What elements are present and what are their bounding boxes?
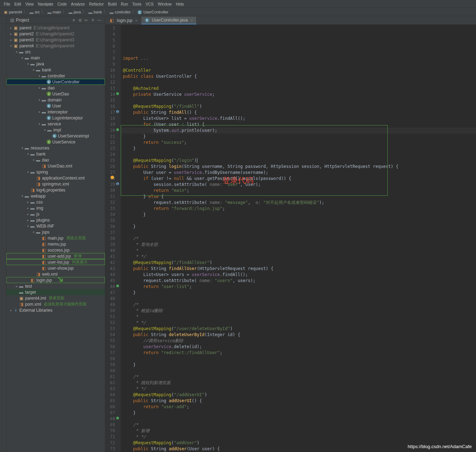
breadcrumb-item[interactable]: UserController xyxy=(143,10,168,14)
editor-tabs[interactable]: ◧login.jsp×CUserController.java× xyxy=(105,16,476,25)
folder-icon: ▤ xyxy=(9,18,15,23)
tree-item-bank[interactable]: ▾▬bank xyxy=(6,67,105,73)
gutter-bulb-icon[interactable] xyxy=(111,176,114,179)
menu-code[interactable]: Code xyxy=(55,2,69,6)
gutter[interactable]: 3 4 5 6 7 8 9 10 11 12 13 14 15 16 17 18… xyxy=(105,25,121,452)
menu-help[interactable]: Help xyxy=(174,2,186,6)
breadcrumb-item[interactable]: parent4 xyxy=(9,10,22,14)
tree-item-java[interactable]: ▾▬java xyxy=(6,61,105,67)
tree-item-UserController[interactable]: CUserController xyxy=(6,79,105,85)
code-editor[interactable]: 登录代码 import ... @Controllerpublic class … xyxy=(121,25,476,452)
tree-item-WEB-INF[interactable]: ▾▬WEB-INF xyxy=(6,223,105,229)
menu-edit[interactable]: Edit xyxy=(12,2,23,6)
panel-title: Project xyxy=(16,18,70,23)
project-panel: ▤ Project ▾ ⊕ ⇤ ✶ — ▸▣parentE:\zhangjili… xyxy=(6,16,105,452)
gutter-down-icon[interactable] xyxy=(115,284,120,288)
tree-item-target[interactable]: ▬target xyxy=(6,289,105,295)
menu-build[interactable]: Build xyxy=(106,2,119,6)
tree-item-domain[interactable]: ▾▬domain xyxy=(6,97,105,103)
project-panel-header: ▤ Project ▾ ⊕ ⇤ ✶ — xyxy=(6,16,105,24)
tree-item-src[interactable]: ▾▬src xyxy=(6,49,105,55)
tree-item-plugins[interactable]: ▸▬plugins xyxy=(6,217,105,223)
gutter-down-icon[interactable] xyxy=(115,416,120,420)
tree-item-user-list.jsp[interactable]: ◧user-list.jsp列表展示 xyxy=(6,259,105,265)
hide-icon[interactable]: — xyxy=(96,17,102,23)
tree-item-applicationContext.xml[interactable]: ◨applicationContext.xml xyxy=(6,175,105,181)
panel-dropdown-icon[interactable]: ▾ xyxy=(71,17,77,23)
tree-item-dao[interactable]: ▾▬dao xyxy=(6,157,105,163)
tree-item-External Libraries[interactable]: ▸⫴External Libraries xyxy=(6,307,105,313)
gutter-down-icon[interactable] xyxy=(115,92,120,96)
tree-item-log4j.properties[interactable]: ◨log4j.properties xyxy=(6,187,105,193)
tree-item-resources[interactable]: ▾▬resources xyxy=(6,145,105,151)
breadcrumb-item[interactable]: main xyxy=(53,10,61,14)
gutter-override-icon[interactable] xyxy=(115,110,120,114)
gear-icon[interactable]: ✶ xyxy=(90,17,96,23)
breadcrumb-item[interactable]: java xyxy=(74,10,81,14)
breadcrumb[interactable]: ▣parent4〉▬src〉▬main〉▬java〉▬bank〉▬control… xyxy=(0,8,476,16)
project-tree[interactable]: ▸▣parentE:\zhangjilin\parent▸▣parent2E:\… xyxy=(6,24,105,452)
tree-item-User[interactable]: CUser xyxy=(6,103,105,109)
tree-item-memu.jsp[interactable]: ◧memu.jsp xyxy=(6,241,105,247)
gutter-override-icon[interactable] xyxy=(115,182,120,186)
tree-item-UserDao.xml[interactable]: ◨UserDao.xml xyxy=(6,163,105,169)
tree-item-web.xml[interactable]: ◨web.xml xyxy=(6,271,105,277)
menu-window[interactable]: Window xyxy=(156,2,174,6)
tree-item-user-show.jsp[interactable]: ◧user-show.jsp xyxy=(6,265,105,271)
tab-login.jsp[interactable]: ◧login.jsp× xyxy=(105,17,141,24)
collapse-icon[interactable]: ⇤ xyxy=(84,17,89,23)
tree-item-user-add.jsp[interactable]: ◧user-add.jsp新增 xyxy=(6,253,105,259)
tree-item-impl[interactable]: ▾▬impl xyxy=(6,127,105,133)
close-icon[interactable]: × xyxy=(191,18,193,22)
tree-item-js[interactable]: ▸▬js xyxy=(6,211,105,217)
menu-navigate[interactable]: Navigate xyxy=(36,2,55,6)
tree-item-interceptor[interactable]: ▾▬interceptor xyxy=(6,109,105,115)
svg-point-0 xyxy=(116,92,119,95)
tree-item-login.jsp[interactable]: ◧login.jsp xyxy=(6,277,105,283)
menu-analyze[interactable]: Analyze xyxy=(69,2,87,6)
menu-view[interactable]: View xyxy=(23,2,36,6)
tree-item-service[interactable]: ▾▬service xyxy=(6,121,105,127)
tree-item-pom.xml[interactable]: ◨pom.xml必须先登录才能操作页面 xyxy=(6,301,105,307)
tree-item-css[interactable]: ▸▬css xyxy=(6,199,105,205)
menu-tools[interactable]: Tools xyxy=(130,2,143,6)
tree-item-success.jsp[interactable]: ◧success.jsp xyxy=(6,247,105,253)
tree-item-controller[interactable]: ▾▬controller xyxy=(6,73,105,79)
tree-item-UserService[interactable]: IUserService xyxy=(6,139,105,145)
tree-item-dao[interactable]: ▾▬dao xyxy=(6,85,105,91)
breadcrumb-item[interactable]: controller xyxy=(115,10,131,14)
tree-item-bank[interactable]: ▾▬bank xyxy=(6,151,105,157)
svg-point-4 xyxy=(116,284,119,287)
tree-item-webapp[interactable]: ▾▬webapp xyxy=(6,193,105,199)
gutter-down-icon[interactable] xyxy=(115,128,120,132)
tree-item-img[interactable]: ▸▬img xyxy=(6,205,105,211)
tree-item-parent4[interactable]: ▾▣parent4E:\zhangjilin\parent4 xyxy=(6,43,105,49)
svg-point-5 xyxy=(116,417,119,419)
tree-item-UserDao[interactable]: IUserDao xyxy=(6,91,105,97)
menu-vcs[interactable]: VCS xyxy=(143,2,156,6)
menubar[interactable]: FileEditViewNavigateCodeAnalyzeRefactorB… xyxy=(0,0,476,8)
locate-icon[interactable]: ⊕ xyxy=(77,17,83,23)
svg-point-2 xyxy=(116,128,119,131)
tree-item-parent3[interactable]: ▸▣parent3E:\zhangjilin\parent3 xyxy=(6,37,105,43)
breadcrumb-item[interactable]: src xyxy=(35,10,40,14)
breadcrumb-item[interactable]: bank xyxy=(94,10,102,14)
tree-item-parent4.iml[interactable]: ▣parent4.iml登录页面 xyxy=(6,295,105,301)
tree-item-main[interactable]: ▾▬main xyxy=(6,55,105,61)
watermark: https://blog.csdn.net/AdamCafe xyxy=(408,444,472,449)
tree-item-LoginInterceptor[interactable]: CLoginInterceptor xyxy=(6,115,105,121)
menu-file[interactable]: File xyxy=(2,2,12,6)
tree-item-jsps[interactable]: ▾▬jsps xyxy=(6,229,105,235)
menu-refactor[interactable]: Refactor xyxy=(87,2,106,6)
tree-item-test[interactable]: ▸▬test xyxy=(6,283,105,289)
tree-item-spring[interactable]: ▾▬spring xyxy=(6,169,105,175)
tree-item-UserServiceImpl[interactable]: CUserServiceImpl xyxy=(6,133,105,139)
menu-run[interactable]: Run xyxy=(119,2,130,6)
close-icon[interactable]: × xyxy=(135,19,137,23)
tab-UserController.java[interactable]: CUserController.java× xyxy=(141,17,197,24)
tree-item-parent2[interactable]: ▸▣parent2E:\zhangjilin\parent2 xyxy=(6,31,105,37)
tree-item-main.jsp[interactable]: ◧main.jsp系统主页面 xyxy=(6,235,105,241)
tree-item-springmvc.xml[interactable]: ◨springmvc.xml xyxy=(6,181,105,187)
tree-item-parent[interactable]: ▸▣parentE:\zhangjilin\parent xyxy=(6,25,105,31)
side-toolwindow-tabs[interactable] xyxy=(0,16,6,452)
